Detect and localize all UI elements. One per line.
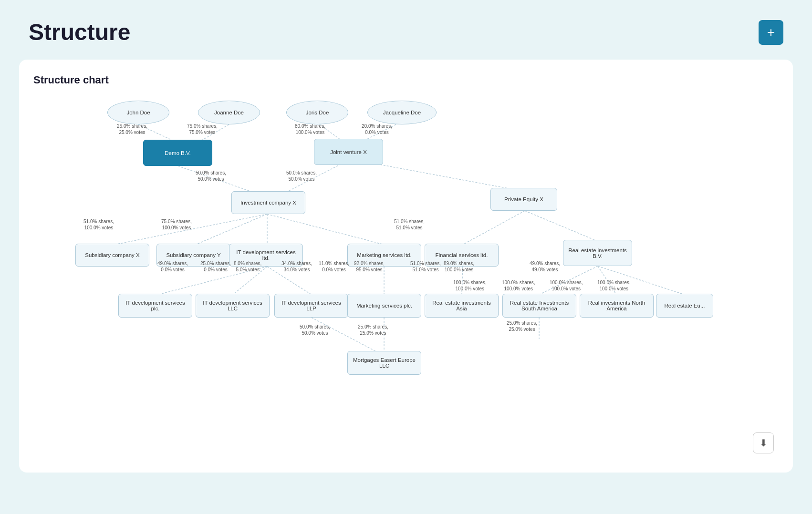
node-label-re_eu: Real estate Eu... — [656, 294, 713, 318]
node-fin[interactable]: Financial services ltd. — [425, 244, 499, 267]
node-label-it_dev: IT development services ltd. — [229, 244, 303, 267]
node-invest[interactable]: Investment company X — [231, 191, 305, 214]
node-label-invest: Investment company X — [231, 191, 305, 214]
node-label-re_sa: Real estate Investments South America — [502, 294, 576, 318]
node-it_llp[interactable]: IT development services LLP — [274, 294, 348, 318]
node-re_eu[interactable]: Real estate Eu... — [656, 294, 713, 318]
node-label-john: John Doe — [107, 101, 169, 124]
node-label-sub_x: Subsidiary company X — [75, 244, 149, 267]
node-label-private_eq: Private Equity X — [490, 188, 557, 211]
page-header: Structure + — [0, 0, 812, 60]
node-re_sa[interactable]: Real estate Investments South America — [502, 294, 576, 318]
node-label-joris: Joris Doe — [286, 101, 348, 124]
node-label-it_llp: IT development services LLP — [274, 294, 348, 318]
node-label-mkt: Marketing services ltd. — [347, 244, 421, 267]
node-sub_x[interactable]: Subsidiary company X — [75, 244, 149, 267]
page-title: Structure — [29, 19, 130, 45]
node-it_llc[interactable]: IT development services LLC — [196, 294, 270, 318]
node-mortgages[interactable]: Mortgages Easert Europe LLC — [347, 351, 421, 375]
node-joris[interactable]: Joris Doe — [286, 101, 348, 124]
node-mkt_plc[interactable]: Marketing services plc. — [347, 294, 421, 318]
node-label-mkt_plc: Marketing services plc. — [347, 294, 421, 318]
node-re_asia[interactable]: Real estate investments Asia — [425, 294, 499, 318]
node-label-jacqueline: Jacqueline Doe — [367, 101, 437, 124]
node-label-fin: Financial services ltd. — [425, 244, 499, 267]
node-mkt[interactable]: Marketing services ltd. — [347, 244, 421, 267]
node-label-re_bv: Real estate investments B.V. — [563, 240, 632, 266]
node-label-mortgages: Mortgages Easert Europe LLC — [347, 351, 421, 375]
node-joanne[interactable]: Joanne Doe — [198, 101, 260, 124]
node-jacqueline[interactable]: Jacqueline Doe — [367, 101, 437, 124]
node-label-re_asia: Real estate investments Asia — [425, 294, 499, 318]
node-jv[interactable]: Joint venture X — [314, 139, 383, 165]
node-re_na[interactable]: Real investments North America — [580, 294, 654, 318]
chart-title: Structure chart — [33, 74, 779, 86]
node-label-it_plc: IT development services plc. — [118, 294, 192, 318]
node-label-re_na: Real investments North America — [580, 294, 654, 318]
node-label-jv: Joint venture X — [314, 139, 383, 165]
node-label-demo: Demo B.V. — [143, 140, 212, 166]
node-it_plc[interactable]: IT development services plc. — [118, 294, 192, 318]
node-sub_y[interactable]: Subsidiary company Y — [156, 244, 230, 267]
node-it_dev[interactable]: IT development services ltd. — [229, 244, 303, 267]
node-label-joanne: Joanne Doe — [198, 101, 260, 124]
node-private_eq[interactable]: Private Equity X — [490, 188, 557, 211]
node-john[interactable]: John Doe — [107, 101, 169, 124]
chart-area: John DoeJoanne DoeJoris DoeJacqueline Do… — [33, 96, 779, 458]
node-label-sub_y: Subsidiary company Y — [156, 244, 230, 267]
node-demo[interactable]: Demo B.V. — [143, 140, 212, 166]
structure-chart-container: Structure chart — [19, 60, 793, 473]
node-label-it_llc: IT development services LLC — [196, 294, 270, 318]
add-button[interactable]: + — [759, 20, 783, 45]
node-re_bv[interactable]: Real estate investments B.V. — [563, 240, 632, 266]
